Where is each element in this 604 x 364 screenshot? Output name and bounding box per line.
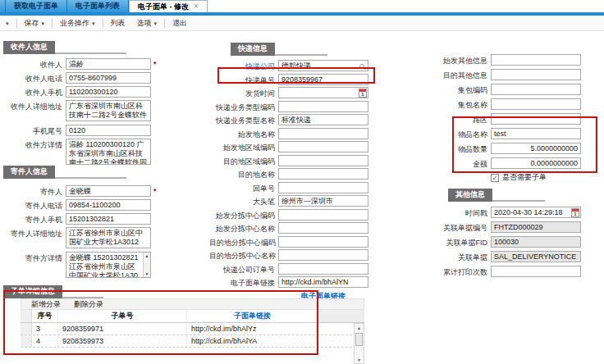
cell-sublink[interactable]: http://ckd.im/bhAlYz [187,323,318,334]
col-header-seq[interactable]: 序号 [32,310,58,322]
add-entry-button[interactable]: 新增分录 [31,299,61,310]
waybill-link-row: 电子面单链接 http://ckd.im/bhAlYN [209,276,402,289]
origin-sort-code-input[interactable] [278,209,368,221]
tab-label: 获取电子面单 [14,1,58,11]
express-company-input[interactable]: 德邦快递 [278,60,368,71]
cell-subno: 9208359973 [58,335,187,347]
calendar-icon[interactable] [571,208,579,217]
courier-order-no-input[interactable] [278,263,368,275]
col-header-subno[interactable]: 子单号 [58,310,187,322]
sender-mobile-input[interactable]: 15201302821 [66,213,151,225]
tracking-no-input[interactable]: 9208359967 [278,74,368,85]
express-company-link-label[interactable]: 快递公司 [209,60,275,72]
datoubi-row: 大头笔 徐州市—深圳市 [209,195,402,207]
biz-type-code-input[interactable] [278,101,368,112]
scroll-thumb[interactable] [355,333,363,346]
dest-sort-name-row: 目的地分拣中心名称 [209,249,402,262]
sender-detail-row: 寄件方详情 金晓蝶 15201302821 江苏省徐州市泉山区中国矿业大学松1A… [3,252,208,278]
item-name-label: 物品名称 [420,128,487,140]
tab-ewaybill-modify[interactable]: 电子面单 - 修改 × [129,0,208,12]
textarea-scrollbar[interactable]: ▲ ▼ [143,253,150,277]
business-ops-button[interactable]: 业务操作▾ [54,16,101,30]
pack-code-label: 集包编码 [420,84,487,96]
section-title: 收件人信息 [3,41,55,54]
sender-name-input[interactable]: 金晓蝶 [66,185,151,197]
recipient-name-input[interactable]: 温龄 [66,58,151,70]
tab-partial[interactable] [0,0,6,12]
origin-name-input[interactable] [278,128,368,139]
scroll-up-icon[interactable]: ▲ [145,253,149,258]
grid-header-row: 序号 子单号 子面单链接 [21,310,364,323]
calendar-icon[interactable] [359,89,367,98]
origin-sort-code-label: 始发分拣中心编码 [209,209,275,221]
row-gutter [21,310,32,322]
dest-sort-name-input[interactable] [278,249,368,261]
dest-other-row: 目的其他信息 [420,69,604,81]
table-row[interactable]: 3 9208359971 http://ckd.im/bhAlYz [21,323,364,335]
dest-region-code-input[interactable] [278,155,368,166]
save-button[interactable]: 保存▾ [19,16,51,30]
origin-region-code-input[interactable] [278,141,368,152]
toolbar-separator [103,19,103,28]
cell-sublink[interactable]: http://ckd.im/bhAlYA [187,335,318,347]
toolbar-separator [16,19,17,28]
ship-time-row: 发货时间 [209,87,402,99]
tab-get-ewaybill[interactable]: 获取电子面单 [6,0,67,12]
grid-scrollbar[interactable]: ▲ ▼ [354,323,364,364]
route-area-input[interactable] [491,113,581,125]
recipient-address-textarea[interactable]: 广东省深圳市南山区科技南十二路2号金蝶软件园 [66,100,151,121]
biz-type-name-input[interactable]: 标准快递 [278,114,368,125]
scroll-down-icon[interactable]: ▼ [357,356,361,363]
options-button[interactable]: 选项▾ [131,16,163,30]
item-qty-input[interactable]: 5.0000000000 [491,143,581,154]
sender-mobile-row: 寄件人手机 15201302821 [3,213,208,225]
section-line [55,52,126,54]
row-gutter[interactable] [21,323,32,334]
sender-phone-label: 寄件人电话 [3,199,62,212]
origin-sort-code-row: 始发分拣中心编码 [209,209,402,221]
close-icon[interactable]: × [194,2,199,11]
sender-address-textarea[interactable]: 江苏省徐州市泉山区中国矿业大学松1A3012 [66,227,151,248]
rel-doc-no-row: 关联单据编号 FHTZD000029 [420,221,604,234]
save-label: 保存 [25,18,39,29]
timestamp-input[interactable]: 2020-04-30 14:29:18 [491,207,581,218]
print-count-input[interactable] [491,266,581,277]
table-row[interactable]: 4 9208359973 http://ckd.im/bhAlYA [21,335,364,348]
mobile-tail-input[interactable]: 0120 [66,125,151,136]
amount-input[interactable]: 0.0000000000 [491,157,581,169]
tab-bar: 获取电子面单 电子面单列表 电子面单 - 修改 × [0,0,604,12]
list-button[interactable]: 列表 [105,16,131,30]
mobile-tail-row: 手机尾号 0120 [3,125,208,137]
origin-other-input[interactable] [491,54,581,66]
datoubi-input[interactable]: 徐州市—深圳市 [278,195,368,207]
delete-entry-button[interactable]: 删除分录 [74,299,103,310]
scroll-up-icon[interactable]: ▲ [357,324,361,331]
toolbar-partial-dropdown[interactable]: ▾ [0,16,15,30]
waybill-link-input[interactable]: http://ckd.im/bhAlYN [278,276,368,288]
dest-sort-code-label: 目的地分拣中心编码 [209,236,275,248]
scroll-down-icon[interactable]: ▼ [145,271,149,276]
sender-name-label: 寄件人 [3,185,62,198]
origin-name-label: 始发地名称 [209,128,275,140]
ship-time-input[interactable] [278,87,368,98]
origin-sort-name-input[interactable] [278,222,368,234]
dest-other-input[interactable] [491,69,581,80]
pack-name-input[interactable] [491,98,581,110]
item-name-input[interactable]: test [491,128,581,139]
pack-code-input[interactable] [491,84,581,95]
cell-seq: 4 [32,335,58,347]
magnifier-icon[interactable] [359,64,364,69]
row-gutter[interactable] [21,335,32,347]
exit-button[interactable]: 退出 [167,16,193,30]
tab-ewaybill-list[interactable]: 电子面单列表 [67,0,129,12]
recipient-phone-input[interactable]: 0755-8607999 [66,72,151,84]
return-no-input[interactable] [278,182,368,193]
recipient-detail-textarea[interactable]: 温龄 110200300120 广东省深圳市南山区科技南十二路2号金蝶软件园 [66,139,151,165]
recipient-mobile-input[interactable]: 110200300120 [66,86,151,98]
need-suborder-checkbox[interactable]: ✓ [491,174,499,182]
col-header-sublink[interactable]: 子面单链接 [187,310,318,322]
dest-sort-code-input[interactable] [278,236,368,248]
sender-phone-input[interactable]: 09854-1100200 [66,199,151,211]
sender-detail-textarea[interactable]: 金晓蝶 15201302821 江苏省徐州市泉山区中国矿业大学松1A3012 ▲… [66,252,151,278]
dest-name-input[interactable] [278,168,368,180]
